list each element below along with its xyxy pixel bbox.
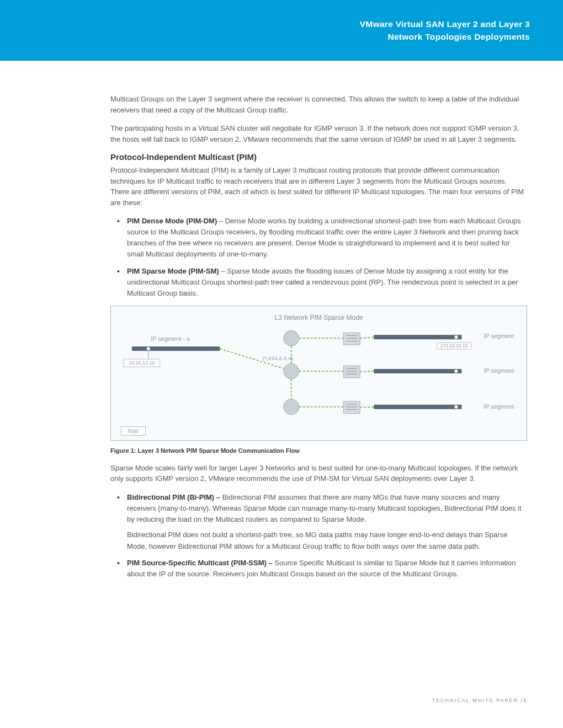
bar-seg-a [132,346,220,351]
label-seg-c: IP segment - c [484,367,517,374]
bullet-pim-ssm: PIM Source-Specific Multicast (PIM-SSM) … [110,558,527,580]
router-bot [284,399,299,415]
svg-line-13 [360,371,374,372]
bar-seg-c [374,369,461,373]
page-header: VMware Virtual SAN Layer 2 and Layer 3 N… [0,0,563,61]
bullet-bi-pim: Bidirectional PIM (Bi-PIM) – Bidirection… [110,492,527,552]
svg-point-11 [454,405,458,409]
section-heading-pim: Protocol-Independent Multicast (PIM) [110,152,527,162]
bullet-pim-dm: PIM Dense Mode (PIM-DM) – Dense Mode wor… [110,216,527,260]
header-title: VMware Virtual SAN Layer 2 and Layer 3 N… [360,18,530,44]
intro-para-2: The participating hosts in a Virtual SAN… [110,123,527,144]
switch-mid [343,366,360,378]
switch-top [343,333,360,345]
label-seg-d: IP segment - d [484,403,517,410]
bullet-pim-sm: PIM Sparse Mode (PIM-SM) – Sparse Mode a… [110,266,527,299]
figure-diagram: L3 Network PIM Sparse Mode IP segment - … [110,306,527,441]
page-content: Multicast Groups on the Layer 3 segment … [0,61,563,580]
router-top [284,330,299,346]
bullet-pim-dm-title: PIM Dense Mode (PIM-DM) [127,217,217,225]
router-mid [284,363,299,379]
sparse-mode-para: Sparse Mode scales fairly well for large… [110,463,527,484]
footer-page: 3 [523,698,527,703]
svg-line-12 [360,337,374,338]
bar-seg-b [374,335,461,339]
figure-title: L3 Network PIM Sparse Mode [121,314,517,322]
bar-seg-d [374,405,461,409]
ip-right-text: 172.16.10.10 [440,343,468,349]
host-label: host [121,426,146,436]
label-seg-a: IP segment - a [151,335,190,342]
pim-intro: Protocol-Independent Multicast (PIM) is … [110,165,527,208]
bullet-pim-ssm-title: PIM Source-Specific Multicast (PIM-SSM) … [127,559,273,567]
header-line2: Network Topologies Deployments [360,30,530,43]
ip-left-text: 10.16.10.10 [129,360,155,366]
svg-line-14 [360,407,374,408]
mcast-label: (*,224.2.3.4) [263,355,293,361]
svg-point-9 [454,335,458,339]
page-footer: TECHNICAL WHITE PAPER /3 [432,698,527,703]
figure-caption: Figure 1: Layer 3 Network PIM Sparse Mod… [110,447,527,454]
pim-modes-list-1: PIM Dense Mode (PIM-DM) – Dense Mode wor… [110,216,527,299]
bullet-bi-pim-sub: Bidirectional PIM does not build a short… [127,529,527,552]
label-seg-b: IP segment - b [484,333,517,339]
footer-label: TECHNICAL WHITE PAPER / [432,698,523,703]
intro-para-1: Multicast Groups on the Layer 3 segment … [110,94,527,115]
pim-modes-list-2: Bidirectional PIM (Bi-PIM) – Bidirection… [110,492,527,580]
bullet-bi-pim-title: Bidirectional PIM (Bi-PIM) – [127,493,220,501]
diagram-svg: IP segment - a 10.16.10.10 (*,224.2.3.4) [121,327,517,426]
dot-seg-a [147,347,150,350]
switch-bot [343,402,360,414]
svg-point-10 [454,370,458,373]
header-line1: VMware Virtual SAN Layer 2 and Layer 3 [360,18,530,30]
bullet-pim-sm-title: PIM Sparse Mode (PIM-SM) [127,267,219,275]
